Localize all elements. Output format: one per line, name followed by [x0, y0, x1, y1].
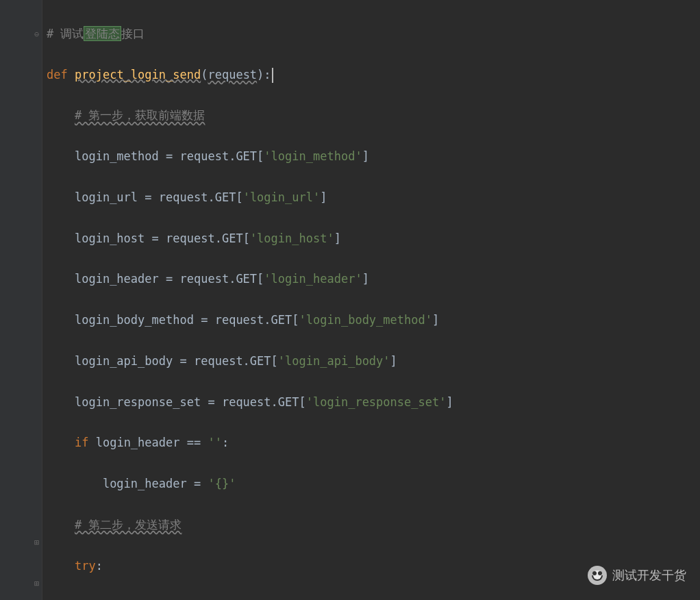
fold-toggle-plus[interactable]: ⊞: [34, 536, 39, 550]
fold-toggle-plus-2[interactable]: ⊞: [34, 577, 39, 591]
fold-toggle-minus[interactable]: ⊖: [34, 27, 39, 42]
comment-step1: # 第一步，获取前端数据: [75, 108, 205, 122]
function-name: project_login_send: [75, 68, 201, 82]
comment-top: # 调试: [47, 27, 84, 40]
editor-gutter: ⊖ ⊞ ⊞: [0, 0, 42, 600]
text-cursor: [272, 68, 273, 83]
watermark: 测试开发干货: [588, 565, 686, 587]
var-login-header: login_header: [75, 272, 159, 286]
code-editor[interactable]: # 调试登陆态接口 def project_login_send(request…: [47, 3, 700, 600]
var-login-url: login_url: [75, 190, 138, 204]
def-keyword: def: [47, 68, 68, 82]
parameter: request: [208, 68, 257, 82]
var-login-method: login_method: [75, 149, 159, 163]
wechat-icon: [588, 566, 607, 585]
highlighted-text: 登陆态: [84, 26, 121, 41]
var-login-body-method: login_body_method: [75, 313, 194, 327]
var-login-host: login_host: [75, 232, 145, 245]
if-keyword: if: [75, 436, 88, 449]
watermark-text: 测试开发干货: [612, 565, 686, 587]
var-login-api-body: login_api_body: [75, 354, 173, 368]
try-keyword: try: [75, 559, 96, 573]
var-login-response-set: login_response_set: [75, 395, 201, 409]
comment-step2: # 第二步，发送请求: [75, 518, 182, 532]
